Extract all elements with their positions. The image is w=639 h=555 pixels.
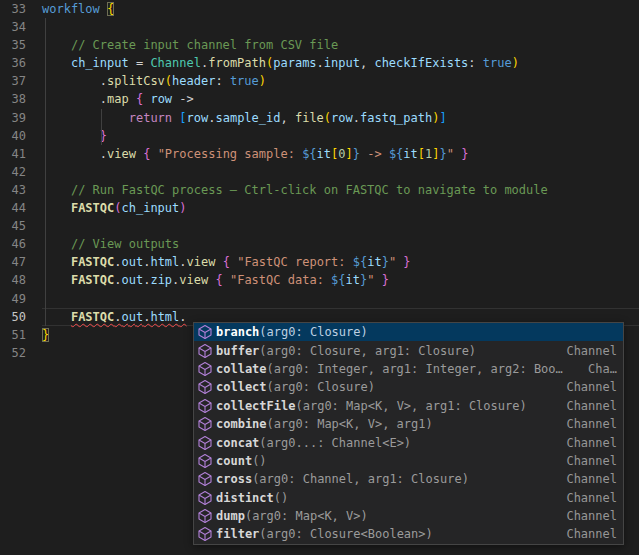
line-number-49[interactable]: 49 — [0, 290, 42, 308]
method-cube-icon — [197, 526, 213, 542]
method-cube-icon — [197, 435, 213, 451]
suggestion-count[interactable]: count()Channel — [194, 452, 623, 470]
code-token — [42, 310, 71, 324]
code-token: . — [100, 92, 107, 106]
line-number-47[interactable]: 47 — [0, 253, 42, 271]
code-line-46[interactable]: // View outputs — [42, 235, 639, 253]
code-token — [42, 273, 71, 287]
suggestion-combine[interactable]: combine(arg0: Map<K, V>, arg1)Channel — [194, 415, 623, 433]
line-number-45[interactable]: 45 — [0, 217, 42, 235]
code-line-35[interactable]: // Create input channel from CSV file — [42, 36, 639, 54]
suggestion-concat[interactable]: concat(arg0...: Channel<E>)Channel — [194, 433, 623, 451]
suggestion-collectFile[interactable]: collectFile(arg0: Map<K, V>, arg1: Closu… — [194, 397, 623, 415]
suggestion-signature: (arg0: Closure) — [259, 325, 367, 339]
suggestion-distinct[interactable]: distinct()Channel — [194, 489, 623, 507]
line-number-51[interactable]: 51 — [0, 326, 42, 344]
line-number-34[interactable]: 34 — [0, 18, 42, 36]
suggestion-signature: () — [252, 454, 266, 468]
code-token: " — [447, 147, 454, 161]
code-token: . — [179, 310, 186, 324]
suggestion-label: collect — [216, 380, 267, 394]
code-line-48[interactable]: FASTQC.out.zip.view { "FastQC data: ${it… — [42, 271, 639, 289]
suggestion-label: count — [216, 454, 252, 468]
suggestion-detail: Channel — [556, 509, 617, 523]
code-token — [215, 255, 222, 269]
line-number-50[interactable]: 50 — [0, 308, 42, 326]
code-line-40[interactable]: } — [42, 127, 639, 145]
suggestion-branch[interactable]: branch(arg0: Closure) — [194, 323, 623, 341]
code-line-49[interactable] — [42, 290, 639, 308]
line-number-39[interactable]: 39 — [0, 109, 42, 127]
suggestion-signature: (arg0: Closure) — [267, 380, 375, 394]
code-token: true — [230, 74, 259, 88]
code-line-36[interactable]: ch_input = Channel.fromPath(params.input… — [42, 54, 639, 72]
code-token — [42, 183, 71, 197]
code-token: , — [280, 111, 294, 125]
autocomplete-popup: branch(arg0: Closure)buffer(arg0: Closur… — [193, 322, 624, 545]
code-token: } — [396, 255, 410, 269]
line-number-43[interactable]: 43 — [0, 181, 42, 199]
code-token: { — [223, 255, 237, 269]
suggestion-label: concat — [216, 436, 259, 450]
suggestion-filter[interactable]: filter(arg0: Closure<Boolean>)Channel — [194, 525, 623, 543]
suggestion-signature: () — [274, 491, 288, 505]
code-token: checkIfExists — [374, 56, 468, 70]
code-token: sample_id — [215, 111, 280, 125]
code-line-37[interactable]: .splitCsv(header: true) — [42, 72, 639, 90]
line-number-40[interactable]: 40 — [0, 127, 42, 145]
code-line-47[interactable]: FASTQC.out.html.view { "FastQC report: $… — [42, 253, 639, 271]
suggestion-label: branch — [216, 325, 259, 339]
code-token: ${ — [302, 147, 316, 161]
code-token: out — [122, 273, 144, 287]
line-number-35[interactable]: 35 — [0, 36, 42, 54]
code-token: } — [382, 255, 389, 269]
code-line-44[interactable]: FASTQC(ch_input) — [42, 199, 639, 217]
code-token: 0 — [338, 147, 345, 161]
suggestion-detail: Channel — [556, 436, 617, 450]
code-line-38[interactable]: .map { row -> — [42, 90, 639, 108]
code-content: workflow { // Create input channel from … — [42, 0, 639, 362]
code-line-45[interactable] — [42, 217, 639, 235]
indent-guide — [101, 109, 102, 145]
line-number-33[interactable]: 33 — [0, 0, 42, 18]
line-number-37[interactable]: 37 — [0, 72, 42, 90]
code-token — [42, 201, 71, 215]
code-line-42[interactable] — [42, 163, 639, 181]
code-line-33[interactable]: workflow { — [42, 0, 639, 18]
line-number-42[interactable]: 42 — [0, 163, 42, 181]
suggestion-signature: (arg0: Closure, arg1: Closure) — [259, 344, 476, 358]
line-number-38[interactable]: 38 — [0, 90, 42, 108]
code-token: . — [353, 111, 360, 125]
code-token: . — [114, 310, 121, 324]
suggestion-detail: Channel — [556, 380, 617, 394]
code-line-41[interactable]: .view { "Processing sample: ${it[0]} -> … — [42, 145, 639, 163]
code-token: fastq_path — [360, 111, 432, 125]
suggestion-dump[interactable]: dump(arg0: Map<K, V>)Channel — [194, 507, 623, 525]
suggestion-label: collectFile — [216, 399, 295, 413]
code-token: { — [215, 273, 229, 287]
suggestion-buffer[interactable]: buffer(arg0: Closure, arg1: Closure)Chan… — [194, 341, 623, 359]
line-number-46[interactable]: 46 — [0, 235, 42, 253]
code-line-39[interactable]: return [row.sample_id, file(row.fastq_pa… — [42, 109, 639, 127]
suggestion-label: cross — [216, 472, 252, 486]
code-token: zip — [150, 273, 172, 287]
suggestion-cross[interactable]: cross(arg0: Channel, arg1: Closure)Chann… — [194, 470, 623, 488]
code-token: { — [143, 147, 157, 161]
code-token: Channel — [150, 56, 201, 70]
suggestion-collect[interactable]: collect(arg0: Closure)Channel — [194, 378, 623, 396]
suggestion-detail: Channel — [556, 454, 617, 468]
code-line-34[interactable] — [42, 18, 639, 36]
code-token: ] — [439, 111, 446, 125]
code-editor[interactable]: 3334353637383940414243444546474849505152… — [0, 0, 639, 555]
line-number-52[interactable]: 52 — [0, 344, 42, 362]
suggestion-collate[interactable]: collate(arg0: Integer, arg1: Integer, ar… — [194, 360, 623, 378]
line-number-48[interactable]: 48 — [0, 271, 42, 289]
code-token: ( — [165, 74, 172, 88]
code-line-43[interactable]: // Run FastQC process – Ctrl-click on FA… — [42, 181, 639, 199]
code-token: ${ — [331, 273, 345, 287]
indent-guide — [45, 18, 46, 326]
code-token: . — [317, 56, 324, 70]
line-number-36[interactable]: 36 — [0, 54, 42, 72]
line-number-44[interactable]: 44 — [0, 199, 42, 217]
line-number-41[interactable]: 41 — [0, 145, 42, 163]
